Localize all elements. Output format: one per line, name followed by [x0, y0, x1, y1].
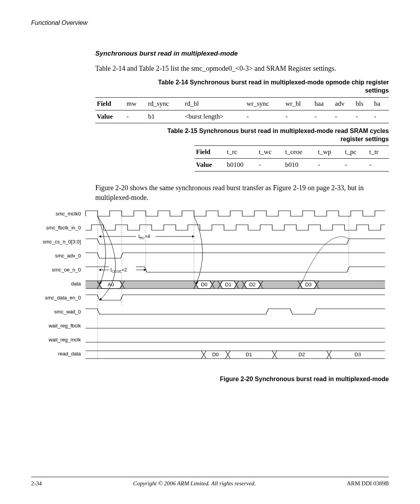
cell: wr_bl: [284, 97, 313, 110]
signal-label: data: [71, 281, 81, 287]
cell: baa: [313, 97, 333, 110]
cell: b0100: [225, 159, 257, 172]
signal-label: smc_fbclk_in_0: [46, 225, 81, 231]
table-row: Value - b1 <burst length> - - - - - -: [95, 110, 389, 123]
read-data-value: D1: [246, 352, 252, 357]
cell: b1: [147, 110, 184, 123]
table-row: Value b0100 - b010 - - -: [194, 159, 389, 172]
table-2: Field t_rc t_wc t_ceoe t_wp t_pc t_tr Va…: [194, 145, 389, 172]
row-header: Value: [194, 159, 225, 172]
cell: <burst length>: [183, 110, 245, 123]
cell: -: [245, 110, 284, 123]
table-2-wrap: Field t_rc t_wc t_ceoe t_wp t_pc t_tr Va…: [95, 145, 389, 175]
data-value: A0: [108, 282, 114, 287]
cell: -: [373, 110, 389, 123]
figure-caption: Figure 2-20 Synchronous burst read in mu…: [31, 376, 389, 383]
data-value: D2: [249, 282, 256, 287]
cell: bls: [354, 97, 373, 110]
cell: t_ceoe: [284, 146, 316, 159]
caption-text: Table 2-15 Synchronous burst read in mul…: [167, 128, 389, 134]
caption-text: register settings: [341, 136, 389, 142]
timing-diagram-svg: smc_mclk0 smc_fbclk_in_0 smc_cs_n_0[3:0]…: [31, 208, 389, 371]
doc-id: ARM DDI 0389B: [327, 480, 389, 487]
cell: -: [257, 159, 284, 172]
cell: -: [343, 159, 368, 172]
table-row: Field t_rc t_wc t_ceoe t_wp t_pc t_tr: [194, 146, 389, 159]
row-header: Field: [194, 146, 225, 159]
cell: ba: [373, 97, 389, 110]
row-header: Value: [95, 110, 125, 123]
signal-label: wait_reg_fbclk: [48, 323, 81, 329]
table-row: Field mw rd_sync rd_bl wr_sync wr_bl baa…: [95, 97, 389, 110]
section-heading: Synchronous burst read in multiplexed-mo…: [95, 50, 389, 58]
page-footer: 2-34 Copyright © 2006 ARM Limited. All r…: [31, 477, 389, 487]
signal-label: smc_cs_n_0[3:0]: [43, 239, 81, 245]
read-data-value: D3: [355, 352, 361, 357]
cell: adv: [333, 97, 354, 110]
data-value: D3: [305, 282, 312, 287]
signal-label: wait_reg_mclk: [48, 337, 81, 343]
table-1: Field mw rd_sync rd_bl wr_sync wr_bl baa…: [95, 97, 389, 123]
cell: mw: [125, 97, 147, 110]
signal-label: read_data: [58, 351, 81, 357]
signal-label: smc_data_en_0: [45, 295, 81, 301]
cell: t_wc: [257, 146, 284, 159]
table-1-caption: Table 2-14 Synchronous burst read in mul…: [95, 79, 389, 95]
cell: t_rc: [225, 146, 257, 159]
cell: -: [354, 110, 373, 123]
cell: t_pc: [343, 146, 368, 159]
mid-paragraph: Figure 2-20 shows the same synchronous r…: [95, 183, 389, 202]
table-2-caption: Table 2-15 Synchronous burst read in mul…: [95, 127, 389, 144]
cell: -: [333, 110, 354, 123]
cell: -: [313, 110, 333, 123]
signal-label: smc_oe_n_0: [52, 267, 81, 273]
cell: t_tr: [368, 146, 389, 159]
cell: rd_bl: [183, 97, 245, 110]
cell: -: [125, 110, 147, 123]
page: Functional Overview Synchronous burst re…: [0, 0, 420, 504]
signal-label: smc_adv_0: [55, 253, 81, 259]
data-value: D0: [201, 282, 208, 287]
cell: wr_sync: [245, 97, 284, 110]
running-header: Functional Overview: [31, 19, 389, 26]
cell: -: [317, 159, 343, 172]
caption-text: settings: [365, 87, 389, 94]
main-content: Synchronous burst read in multiplexed-mo…: [95, 50, 389, 202]
copyright: Copyright © 2006 ARM Limited. All rights…: [62, 480, 327, 487]
read-data-value: D0: [212, 352, 219, 357]
cell: b010: [284, 159, 316, 172]
row-header: Field: [95, 97, 125, 110]
signal-label: smc_mclk0: [56, 211, 81, 217]
figure-2-20: smc_mclk0 smc_fbclk_in_0 smc_cs_n_0[3:0]…: [31, 208, 389, 383]
signal-label: smc_wait_0: [54, 309, 81, 315]
cell: -: [368, 159, 389, 172]
caption-text: Table 2-14 Synchronous burst read in mul…: [158, 79, 389, 86]
page-number: 2-34: [31, 480, 62, 487]
data-value: D1: [225, 282, 232, 287]
cell: t_wp: [317, 146, 343, 159]
cell: rd_sync: [147, 97, 184, 110]
cell: -: [284, 110, 313, 123]
intro-paragraph: Table 2-14 and Table 2-15 list the smc_o…: [95, 64, 389, 73]
read-data-value: D2: [299, 352, 305, 357]
